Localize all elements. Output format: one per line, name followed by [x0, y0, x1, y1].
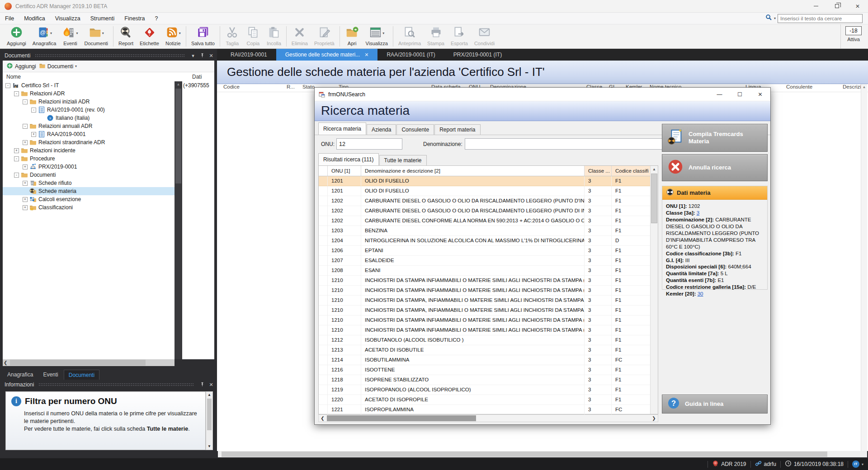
search-icon[interactable] [765, 14, 772, 23]
grid-row-onu-1213[interactable]: 1213ACETATO DI ISOBUTILE3F1 [319, 345, 658, 355]
tree-item-calcoli-esenzione[interactable]: + Calcoli esenzione [3, 195, 175, 203]
grid-row-onu-1206[interactable]: 1206EPTANI3F1 [319, 246, 658, 256]
tree-item-relazioni-straordinarie-adr[interactable]: + Relazioni straordinarie ADR [3, 138, 175, 146]
main-column-r-[interactable]: R... [287, 84, 302, 92]
result-tab-risultati-ricerca-111-[interactable]: Risultati ricerca (111) [318, 153, 379, 165]
restore-button[interactable] [826, 0, 847, 12]
grid-row-onu-1202[interactable]: 1202CARBURANTE DIESEL CONFORME ALLA NORM… [319, 216, 658, 226]
grid-row-onu-1216[interactable]: 1216ISOOTTENE3F1 [319, 365, 658, 375]
tree-item-rai-2019-0001-rev-00-[interactable]: - RAI/2019-0001 (rev. 00) [3, 106, 175, 114]
dialog-maximize-button[interactable]: ☐ [730, 88, 750, 101]
dialog-tab-azienda[interactable]: Azienda [367, 124, 396, 135]
grid-row-onu-1207[interactable]: 1207ESALDEIDE3F1 [319, 256, 658, 266]
chevron-down-icon[interactable]: ▾ [102, 31, 104, 35]
tree-item-prx-2019-0001[interactable]: + PRX/2019-0001 [3, 163, 175, 171]
expand-icon[interactable]: + [23, 181, 28, 186]
expand-icon[interactable]: + [23, 140, 28, 145]
toolbar-button-anagrafica[interactable]: @▾ Anagrafica [29, 24, 60, 48]
tree-item-relazioni-incidente[interactable]: + Relazioni incidente [3, 146, 175, 155]
grid-vertical-scrollbar[interactable]: ▲ [650, 166, 658, 414]
grid-column-onu-1-[interactable]: ONU [1] [328, 166, 361, 176]
grid-row-onu-1218[interactable]: 1218ISOPRENE STABILIZZATO3F1 [319, 375, 658, 385]
expand-icon[interactable]: + [31, 132, 36, 137]
collapse-icon[interactable]: - [31, 108, 36, 113]
grid-row-onu-1212[interactable]: 1212ISOBUTANOLO (ALCOOL ISOBUTILICO )3F1 [319, 335, 658, 345]
scroll-left-icon[interactable]: ❮ [319, 416, 326, 421]
expand-icon[interactable]: + [23, 205, 28, 210]
grid-row-onu-1202[interactable]: 1202CARBURANTE DIESEL O GASOLIO O OLIO D… [319, 206, 658, 216]
grid-row-onu-1201[interactable]: 1201OLIO DI FUSELLO3F1 [319, 176, 658, 186]
pin-icon[interactable] [199, 382, 205, 388]
dock-tab-anagrafica[interactable]: Anagrafica [3, 370, 38, 380]
grid-column-codice-classifi[interactable]: Codice classifi [612, 166, 651, 176]
tree-item-relazioni-annuali-adr[interactable]: - Relazioni annuali ADR [3, 122, 175, 130]
document-tab-raa-2019-0001-it-[interactable]: RAA/2019-0001 (IT) [377, 49, 444, 61]
tree-column-dati[interactable]: Dati [192, 74, 202, 80]
denominazione-input[interactable] [465, 138, 663, 150]
grid-row-onu-1204[interactable]: 1204NITROGLICERINA IN SOLUZIONE ALCOLICA… [319, 236, 658, 246]
statusbar-language[interactable]: IT ▾ [852, 461, 863, 468]
minimize-button[interactable] [806, 0, 826, 12]
main-horizontal-scrollbar[interactable] [218, 451, 867, 457]
dialog-tab-report-materia[interactable]: Report materia [434, 124, 480, 135]
statusbar-datetime[interactable]: 16/10/2019 08:38:18 [785, 460, 844, 468]
collapse-icon[interactable]: - [14, 91, 19, 96]
tree-item-procedure[interactable]: - Procedure [3, 155, 175, 163]
dialog-minimize-button[interactable]: — [709, 88, 730, 101]
detail-link[interactable]: 30 [698, 291, 703, 296]
menu-finestra[interactable]: Finestra [119, 13, 150, 24]
grid-row-onu-1210[interactable]: 1210INCHIOSTRI DA STAMPA, INFIAMMABILI O… [319, 296, 658, 306]
grid-horizontal-scrollbar[interactable]: ❮ ❯ [318, 414, 658, 422]
grid-row-onu-1214[interactable]: 1214ISOBUTILAMMINA3FC [319, 355, 658, 365]
dock-tab-eventi[interactable]: Eventi [38, 370, 62, 380]
scroll-right-icon[interactable]: ❯ [650, 416, 658, 421]
scroll-up-icon[interactable]: ▲ [861, 84, 867, 90]
close-icon[interactable]: ✕ [208, 382, 214, 388]
tree-item-schede-materia[interactable]: Schede materia [3, 187, 175, 195]
chevron-down-icon[interactable]: ▾ [190, 53, 196, 59]
close-icon[interactable]: ✕ [208, 53, 214, 59]
document-tab-gestione-delle-schede-materi-[interactable]: Gestione delle schede materi...✕ [276, 49, 378, 61]
grid-row-onu-1210[interactable]: 1210INCHIOSTRI DA STAMPA INFIAMMABILI O … [319, 286, 658, 296]
menu-strumenti[interactable]: Strumenti [85, 13, 120, 24]
grid-row-onu-1221[interactable]: 1221ISOPROPILAMMINA3FC [319, 405, 658, 415]
toolbar-button-apri[interactable]: Apri [342, 24, 363, 48]
toolbar-button-report[interactable]: Report [115, 24, 137, 48]
grid-row-onu-1202[interactable]: 1202CARBURANTE DIESEL O GASOLIO O OLIO D… [319, 196, 658, 206]
grid-row-onu-1201[interactable]: 1201OLIO DI FUSELLO3F1 [319, 186, 658, 196]
grid-column-classe-[interactable]: Classe ... [585, 166, 612, 176]
zoom-value-box[interactable]: -18 [845, 26, 862, 35]
dialog-tab-ricerca-materia[interactable]: Ricerca materia [318, 122, 366, 135]
collapse-icon[interactable]: - [5, 83, 10, 88]
scroll-down-icon[interactable]: ▼ [206, 443, 212, 450]
scroll-left-icon[interactable]: ❮ [4, 359, 7, 366]
chevron-down-icon[interactable]: ▾ [76, 31, 78, 35]
chevron-down-icon[interactable]: ▾ [382, 31, 384, 35]
info-vertical-scrollbar[interactable]: ▲ ▼ [206, 391, 213, 450]
document-tab-rai-2019-0001[interactable]: RAI/2019-0001 [222, 49, 276, 61]
toolbar-button-notizie[interactable]: ▾ Notizie [162, 24, 184, 48]
tree-item-relazioni-adr[interactable]: - Relazioni ADR [3, 89, 175, 98]
tree-item-italiano-italia-[interactable]: π Italiano (Italia) [3, 114, 175, 122]
grid-row-onu-1210[interactable]: 1210INCHIOSTRI DA STAMPA, INFIAMMABILI O… [319, 306, 658, 315]
annulla-ricerca-button[interactable]: Annulla ricerca [662, 154, 768, 181]
dialog-close-button[interactable]: ✕ [750, 88, 770, 101]
result-tab-tutte-le-materie[interactable]: Tutte le materie [379, 155, 427, 165]
dock-folder-button[interactable]: Documenti ▾ [39, 62, 77, 70]
grid-row-onu-1219[interactable]: 1219ISOPROPANOLO (ALCOOL ISOPROPILICO)3F… [319, 385, 658, 395]
chevron-down-icon[interactable]: ▾ [50, 31, 52, 35]
tree-item-raa-2019-0001[interactable]: + RAA/2019-0001 [3, 130, 175, 138]
compila-tremcards-button[interactable]: Compila Tremcards Materia [662, 124, 768, 152]
collapse-icon[interactable]: - [14, 156, 19, 161]
detail-link[interactable]: 3 [697, 210, 699, 216]
search-dropdown-icon[interactable]: ▾ [774, 16, 776, 20]
grid-row-onu-1210[interactable]: 1210INCHIOSTRI DA STAMPA INFIAMMABILI O … [319, 315, 658, 325]
expand-icon[interactable]: + [14, 148, 19, 153]
onu-input[interactable] [336, 138, 402, 150]
tree-vertical-scrollbar[interactable]: ▲ [175, 81, 182, 359]
main-column-consulente[interactable]: Consulente [786, 84, 843, 92]
grid-row-onu-1203[interactable]: 1203BENZINA3F1 [319, 226, 658, 236]
statusbar-adr[interactable]: ADR 2019 [712, 460, 746, 468]
tree-item-certifico-srl-it[interactable]: - Certifico Srl - IT [3, 81, 175, 89]
expand-icon[interactable]: + [23, 164, 28, 169]
